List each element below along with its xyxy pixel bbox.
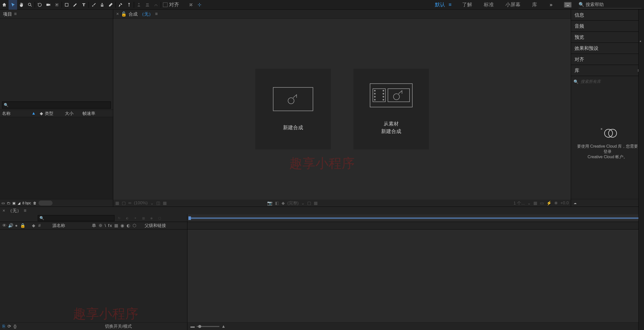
panel-library[interactable]: 库≡ — [571, 65, 644, 76]
sw-icon[interactable]: ▦ — [114, 223, 118, 228]
toggle-alpha-icon[interactable]: ▦ — [115, 201, 119, 206]
audio-column-icon[interactable]: 🔊 — [8, 223, 13, 228]
views-dropdown[interactable]: 1 个... — [513, 200, 525, 206]
region-icon[interactable]: ▢ — [307, 201, 311, 206]
panel-align[interactable]: 对齐 — [571, 54, 644, 65]
puppet-pin-tool-icon[interactable] — [125, 0, 133, 10]
exposure-value[interactable]: +0.0 — [560, 201, 569, 206]
source-name-column[interactable]: 源名称 — [52, 223, 65, 228]
selection-tool-icon[interactable] — [9, 0, 17, 10]
help-search[interactable]: 🔍 搜索帮助 — [579, 1, 641, 8]
library-search[interactable]: 🔍 搜索所有库 — [574, 78, 641, 86]
zoom-tool-icon[interactable] — [26, 0, 34, 10]
lock-column-icon[interactable]: 🔒 — [20, 223, 25, 228]
snapping-icon[interactable] — [187, 0, 195, 10]
cloud-sync-icon[interactable]: ☁ — [574, 201, 577, 205]
project-search[interactable]: 🔍 — [2, 102, 111, 109]
tl-tool-3-icon[interactable]: ✦ — [132, 216, 139, 220]
eye-column-icon[interactable]: 👁 — [2, 223, 7, 228]
timeline-zoom[interactable]: ▬ ▲ — [187, 324, 644, 329]
tl-tool-4-icon[interactable]: ▦ — [140, 216, 147, 220]
timeline-search[interactable]: 🔍 — [38, 215, 114, 221]
tl-tool-6-icon[interactable]: ▢ — [156, 216, 163, 220]
toggle-mask-icon[interactable]: ▢ — [122, 201, 126, 206]
snapshot-icon[interactable]: 📷 — [267, 201, 272, 206]
home-icon[interactable] — [0, 0, 9, 10]
pixel-aspect-icon[interactable]: ▭ — [540, 201, 544, 206]
workspace-menu-icon[interactable]: ≡ — [449, 2, 452, 8]
color-icon[interactable]: ◆ — [281, 201, 285, 206]
bpc-label[interactable]: 8 bpc — [22, 201, 31, 205]
lock-icon[interactable]: 🔓 — [121, 11, 127, 17]
pen-tool-icon[interactable] — [71, 0, 79, 10]
type-tool-icon[interactable] — [79, 0, 88, 10]
panel-menu-icon[interactable]: ≡ — [155, 11, 158, 17]
new-composition-from-footage-button[interactable]: 从素材 新建合成 — [353, 69, 429, 149]
workspace-tab-library[interactable]: 库 — [531, 1, 538, 8]
timeline-tab-none[interactable]: （无） — [8, 208, 21, 214]
new-comp-icon[interactable]: ▣ — [12, 201, 16, 205]
chevron-down-icon[interactable]: ⌄ — [150, 201, 154, 206]
eraser-tool-icon[interactable] — [106, 0, 115, 10]
hand-tool-icon[interactable] — [17, 0, 26, 10]
zoom-level[interactable]: (100%) — [134, 201, 148, 206]
workspace-tab-learn[interactable]: 了解 — [461, 1, 473, 8]
view-layout-icon[interactable]: ▦ — [533, 201, 537, 206]
footer-toggle[interactable] — [38, 201, 53, 206]
panel-info[interactable]: 信息 — [571, 10, 644, 21]
workspace-tab-small[interactable]: 小屏幕 — [504, 1, 521, 8]
workspace-overflow-icon[interactable]: » — [550, 2, 552, 8]
col-label-icon[interactable]: ◆ — [38, 111, 43, 116]
zoom-out-icon[interactable]: ▬ — [190, 324, 195, 329]
toggle-chain-icon[interactable]: ∞ — [128, 201, 131, 206]
brush-tool-icon[interactable] — [89, 0, 98, 10]
timeline-tracks[interactable] — [187, 229, 644, 322]
fast-preview-icon[interactable]: ⚡ — [546, 201, 552, 206]
comp-tab-label[interactable]: 合成 — [129, 11, 138, 17]
workspace-tab-standard[interactable]: 标准 — [483, 1, 495, 8]
trash-icon[interactable]: 🗑 — [33, 201, 36, 205]
panel-preview[interactable]: 预览 — [571, 32, 644, 43]
project-tab[interactable]: 项目 — [3, 11, 12, 17]
snap-toggle-icon[interactable] — [195, 0, 204, 10]
expand-icon[interactable]: ◂ — [639, 39, 641, 43]
col-fps[interactable]: 帧速率 — [80, 111, 97, 116]
new-composition-button[interactable]: 新建合成 — [255, 69, 331, 149]
channel-icon[interactable]: ◧ — [275, 201, 279, 206]
switches-column[interactable]: 单 ※ \ fx — [92, 223, 112, 228]
zoom-in-icon[interactable]: ▲ — [221, 324, 226, 329]
resolution-icon[interactable]: ◫ — [156, 201, 160, 206]
panel-audio[interactable]: 音频 — [571, 21, 644, 32]
sw-icon[interactable]: ⬡ — [132, 223, 137, 228]
exposure-icon[interactable]: ✺ — [554, 201, 558, 206]
grid-icon[interactable]: ▦ — [163, 201, 167, 206]
tl-tool-1-icon[interactable]: ↻ — [116, 216, 123, 220]
bpc-icon[interactable]: ◢ — [18, 201, 20, 205]
camera-tool-icon[interactable] — [44, 0, 53, 10]
col-type[interactable]: 类型 — [43, 111, 63, 116]
close-tab-icon[interactable]: × — [116, 11, 119, 17]
resolution-dropdown[interactable]: (完整) — [287, 200, 299, 206]
toggle-switches-modes[interactable]: 切换开关/模式 — [105, 323, 132, 329]
col-name[interactable]: 名称▲ — [0, 111, 38, 116]
label-column-icon[interactable]: ◆ — [31, 223, 36, 228]
panel-menu-icon[interactable]: ≡ — [24, 208, 27, 213]
timeline-layers[interactable]: 趣享小程序 — [0, 229, 187, 322]
parent-column[interactable]: 父级和链接 — [145, 223, 166, 228]
timeline-ruler[interactable] — [187, 214, 644, 222]
tl-tool-5-icon[interactable]: ◉ — [148, 216, 155, 220]
chevron-down-icon[interactable]: ⌄ — [301, 201, 305, 206]
workspace-tab-default[interactable]: 默认 — [434, 1, 446, 8]
num-column[interactable]: # — [37, 223, 42, 228]
panel-menu-icon[interactable]: ≡ — [14, 11, 17, 17]
project-list[interactable] — [0, 117, 113, 199]
solo-column-icon[interactable]: ● — [14, 223, 19, 228]
col-size[interactable]: 大小 — [63, 111, 80, 116]
tl-footer-icon-1[interactable]: ⎘ — [3, 324, 5, 329]
new-folder-icon[interactable]: 🗀 — [7, 201, 10, 205]
clone-stamp-tool-icon[interactable] — [98, 0, 106, 10]
panel-effects[interactable]: 效果和预设 — [571, 43, 644, 54]
close-tab-icon[interactable]: × — [3, 208, 5, 213]
tl-tool-2-icon[interactable]: ◐ — [124, 216, 131, 220]
roto-brush-tool-icon[interactable] — [116, 0, 125, 10]
